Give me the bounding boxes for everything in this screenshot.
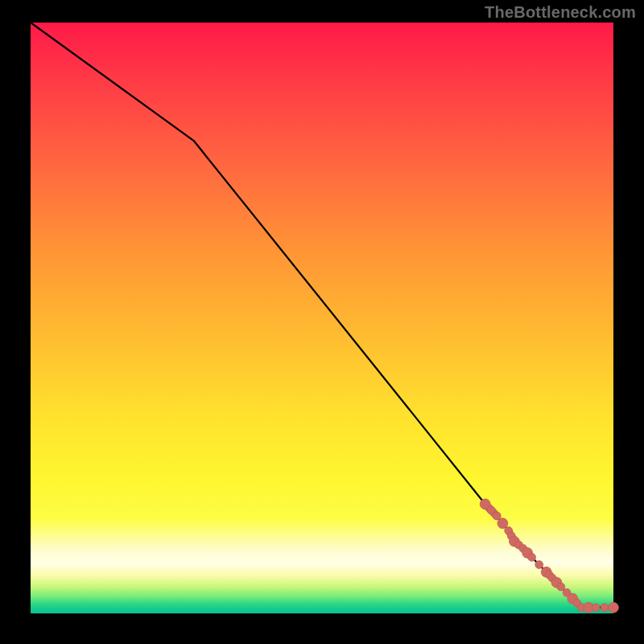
chart-svg: [31, 23, 613, 613]
credit-watermark: TheBottleneck.com: [485, 3, 636, 22]
data-marker: [557, 583, 565, 591]
data-marker: [528, 553, 536, 561]
bottleneck-curve: [31, 23, 613, 608]
line-series: [31, 23, 613, 608]
data-marker: [497, 518, 508, 529]
plot-area: [31, 23, 613, 613]
data-marker: [535, 560, 543, 568]
data-marker: [487, 506, 495, 514]
data-marker: [609, 602, 619, 613]
marker-layer: [480, 499, 618, 613]
data-marker: [592, 604, 600, 612]
chart-frame: TheBottleneck.com: [0, 0, 644, 644]
data-marker: [601, 604, 609, 612]
